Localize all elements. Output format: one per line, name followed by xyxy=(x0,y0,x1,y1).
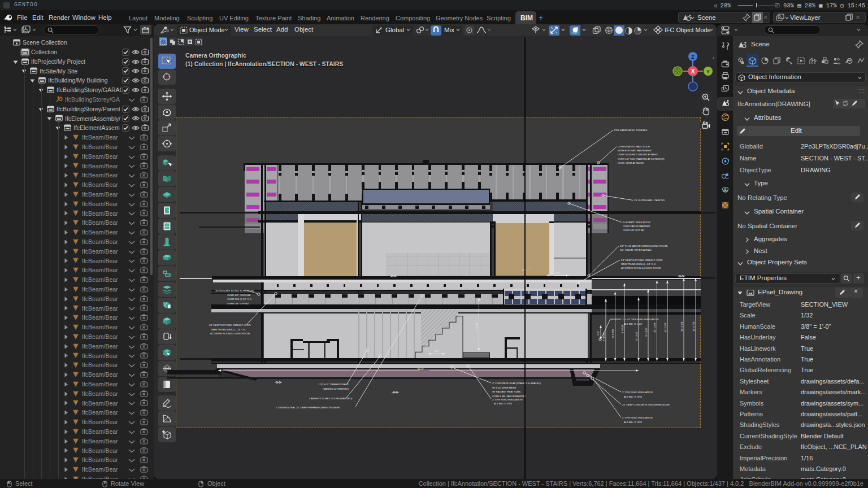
svg-text:CONVENTIONAL 24" DEEP PREFABRI: CONVENTIONAL 24" DEEP PREFABRICATED TRUS… xyxy=(276,406,340,409)
svg-text:WEB TRUSS (DES-L) - 24" O.C.: WEB TRUSS (DES-L) - 24" O.C. xyxy=(211,328,246,331)
svg-text:5'-0": 5'-0" xyxy=(435,350,440,352)
svg-text:CONT. VENT AT RIDGE: CONT. VENT AT RIDGE xyxy=(618,162,644,164)
svg-text:OVER 5/8" GYP BD: OVER 5/8" GYP BD xyxy=(227,302,249,305)
svg-text:OVER 5/8" GYP BD: OVER 5/8" GYP BD xyxy=(623,229,644,232)
svg-text:CABINET/CLOSET DOORS (PAINTED): CABINET/CLOSET DOORS (PAINTED) xyxy=(309,397,353,400)
svg-text:W/ 6"x6" WIRE MESH: W/ 6"x6" WIRE MESH xyxy=(492,386,516,389)
svg-text:⌜: ⌜ xyxy=(529,268,530,271)
svg-text:9'-1 1/8": 9'-1 1/8" xyxy=(645,327,648,337)
svg-text:WITH EXPOSED FASTENERS: WITH EXPOSED FASTENERS xyxy=(618,149,652,152)
svg-text:CORRUGATED GALV. ROOF: CORRUGATED GALV. ROOF xyxy=(618,145,650,148)
svg-text:1.75"x5.5" TIMBERSTRAND: 1.75"x5.5" TIMBERSTRAND xyxy=(318,383,349,386)
svg-text:2" XPS RIGID INSULATION: 2" XPS RIGID INSULATION xyxy=(622,416,653,419)
svg-text:WEB TRUSS (DES-L) - 24" O.C.: WEB TRUSS (DES-L) - 24" O.C. xyxy=(621,263,656,265)
svg-text:10'-3 5/8": 10'-3 5/8" xyxy=(680,321,683,332)
svg-text:OVER 1/2" CDX/OSB: OVER 1/2" CDX/OSB xyxy=(227,294,251,297)
svg-text:OVER 6 MIL VAPOR BARRIER: OVER 6 MIL VAPOR BARRIER xyxy=(492,395,526,398)
svg-text:ALT BID: 3" XPS: ALT BID: 3" XPS xyxy=(624,395,642,398)
svg-text:7'-8 5/8": 7'-8 5/8" xyxy=(602,332,605,342)
svg-text:ALT BID: 3" XPS: ALT BID: 3" XPS xyxy=(624,421,642,424)
svg-text:24" DEEP EXPOSED REBUILT OPEN: 24" DEEP EXPOSED REBUILT OPEN xyxy=(209,324,250,326)
svg-text:7'-6 7/8": 7'-6 7/8" xyxy=(475,322,478,331)
svg-text:24" DEEP EXPOSED REBUILT OPEN: 24" DEEP EXPOSED REBUILT OPEN xyxy=(621,259,662,262)
svg-text:AT DINING ROOM & LIVING ROOM: AT DINING ROOM & LIVING ROOM xyxy=(621,267,661,269)
svg-text:6'-0": 6'-0" xyxy=(555,272,561,274)
svg-text:30'-0": 30'-0" xyxy=(418,368,424,371)
svg-text:24" DEEP CONCRETE THICKENED ED: 24" DEEP CONCRETE THICKENED EDGE xyxy=(622,403,670,406)
svg-text:9'-0 5/8": 9'-0 5/8" xyxy=(621,324,624,334)
svg-text:AT DINING ROOM & LIVING ROOM: AT DINING ROOM & LIVING ROOM xyxy=(210,332,250,335)
svg-text:3/4" OSB AT OTHER AREAS: 3/4" OSB AT OTHER AREAS xyxy=(620,249,652,251)
svg-text:(SANDED & FINISHED): (SANDED & FINISHED) xyxy=(323,387,349,390)
svg-text:10'-2 5/8": 10'-2 5/8" xyxy=(664,322,667,333)
svg-text:2" XPS RIGID INSULATION: 2" XPS RIGID INSULATION xyxy=(622,391,653,394)
svg-text:OVER 2X6 @ 24" O.C.: OVER 2X6 @ 24" O.C. xyxy=(227,298,252,300)
svg-text:2X OUTRIGGER - PAINTED: 2X OUTRIGGER - PAINTED xyxy=(634,199,665,202)
svg-text:2" x 24" XPS RIGID INSULATION: 2" x 24" XPS RIGID INSULATION xyxy=(622,318,658,321)
svg-text:R-40 BATT. INSULATION: R-40 BATT. INSULATION xyxy=(623,221,650,224)
svg-text:OVER 30LB FELT UNDERLAYMENT: OVER 30LB FELT UNDERLAYMENT xyxy=(618,153,658,156)
svg-text:10'-6 7/8": 10'-6 7/8" xyxy=(692,321,695,332)
svg-text:2'-0": 2'-0" xyxy=(597,331,600,336)
svg-text:ALT BID: 3" x 24": ALT BID: 3" x 24" xyxy=(624,323,643,325)
svg-text:5/8" T1-11 (ABOVE DINING/LIVIN: 5/8" T1-11 (ABOVE DINING/LIVING ROOM) xyxy=(620,245,668,247)
svg-text:PRE-FABRICATED TRUSSES: PRE-FABRICATED TRUSSES xyxy=(614,129,647,132)
svg-text:8'-0 5/8": 8'-0 5/8" xyxy=(611,328,614,338)
svg-text:4" CONCRETE SLAB (STAINED & SE: 4" CONCRETE SLAB (STAINED & SEALED) xyxy=(492,382,541,385)
svg-text:OVER 1/2" CDX (PAINTED AT EXTE: OVER 1/2" CDX (PAINTED AT EXTERIOR) xyxy=(618,158,665,160)
svg-text:OVER VAPOR BARRIER: OVER VAPOR BARRIER xyxy=(623,225,650,228)
svg-text:8'-1 1/8": 8'-1 1/8" xyxy=(635,331,638,341)
svg-text:2" XPS RIGID INSULATION: 2" XPS RIGID INSULATION xyxy=(492,398,523,401)
svg-text:10'-1 1/8": 10'-1 1/8" xyxy=(653,322,656,333)
svg-text:W/ RADIANT HEAT TUBS: W/ RADIANT HEAT TUBS xyxy=(492,390,520,393)
svg-text:ALT BID: 3" XPS: ALT BID: 3" XPS xyxy=(494,402,512,405)
